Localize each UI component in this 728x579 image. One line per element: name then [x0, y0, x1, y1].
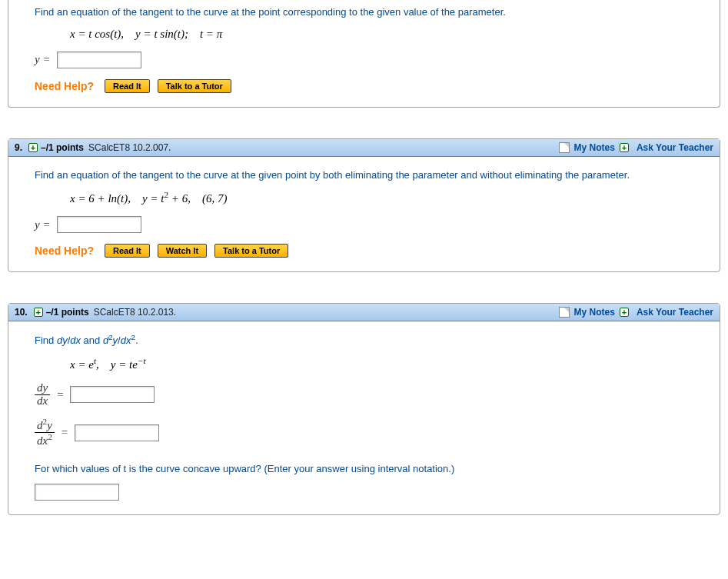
q10-reference: SCalcET8 10.2.013. — [94, 307, 176, 318]
q9-number: 9. — [15, 142, 22, 153]
talk-tutor-button[interactable]: Talk to a Tutor — [158, 79, 231, 93]
q10-d2ydx2-input[interactable] — [75, 424, 159, 441]
q10-math: x = et, y = te−t — [70, 356, 704, 371]
question-9: 9. + –/1 points SCalcET8 10.2.007. My No… — [8, 138, 720, 273]
q9-header: 9. + –/1 points SCalcET8 10.2.007. My No… — [8, 139, 720, 157]
q10-body: Find dy/dx and d2y/dx2. x = et, y = te−t… — [8, 321, 720, 514]
ask-plus-icon[interactable]: + — [620, 308, 629, 317]
q10-d2ydx2-row: d2y dx2 = — [35, 418, 704, 448]
ask-plus-icon[interactable]: + — [620, 143, 629, 152]
question-8: Find an equation of the tangent to the c… — [8, 0, 720, 108]
expand-icon[interactable]: + — [28, 143, 38, 152]
q10-dydx-input[interactable] — [70, 386, 155, 403]
q9-answer-input[interactable] — [57, 216, 141, 233]
q9-math: x = 6 + ln(t), y = t2 + 6, (6, 7) — [70, 190, 704, 205]
ask-teacher-link[interactable]: Ask Your Teacher — [637, 142, 713, 153]
q8-help-bar: Need Help? Read It Talk to a Tutor — [35, 79, 704, 93]
dydx-label: dy dx — [35, 382, 50, 408]
q8-math: x = t cos(t), y = t sin(t); t = π — [70, 28, 704, 41]
q10-dydx-row: dy dx = — [35, 382, 704, 408]
q8-answer-row: y = — [35, 52, 704, 68]
watch-it-button[interactable]: Watch It — [158, 244, 207, 258]
q9-header-right: My Notes + Ask Your Teacher — [559, 142, 713, 153]
question-8-body: Find an equation of the tangent to the c… — [8, 0, 720, 107]
my-notes-link[interactable]: My Notes — [574, 142, 615, 153]
notes-icon[interactable] — [559, 142, 570, 153]
q8-answer-input[interactable] — [57, 52, 141, 68]
q9-answer-lhs: y = — [35, 218, 51, 231]
q10-points: –/1 points — [46, 307, 89, 318]
q10-interval-input[interactable] — [35, 484, 119, 501]
q9-prompt: Find an equation of the tangent to the c… — [35, 168, 704, 183]
q10-header: 10. + –/1 points SCalcET8 10.2.013. My N… — [8, 304, 720, 321]
read-it-button[interactable]: Read It — [105, 79, 150, 93]
read-it-button[interactable]: Read It — [105, 244, 150, 258]
q9-points: –/1 points — [41, 142, 84, 153]
q9-answer-row: y = — [35, 216, 704, 233]
expand-icon[interactable]: + — [34, 308, 43, 317]
my-notes-link[interactable]: My Notes — [574, 307, 615, 318]
ask-teacher-link[interactable]: Ask Your Teacher — [637, 307, 713, 318]
d2ydx2-label: d2y dx2 — [35, 418, 55, 448]
equals-sign: = — [56, 388, 64, 401]
q10-header-right: My Notes + Ask Your Teacher — [559, 307, 713, 318]
q9-help-bar: Need Help? Read It Watch It Talk to a Tu… — [35, 244, 704, 258]
equals-sign: = — [61, 426, 68, 439]
q8-answer-lhs: y = — [35, 53, 51, 66]
q8-prompt: Find an equation of the tangent to the c… — [35, 5, 704, 20]
question-10: 10. + –/1 points SCalcET8 10.2.013. My N… — [8, 303, 720, 515]
need-help-label: Need Help? — [35, 245, 94, 257]
q10-number: 10. — [15, 307, 28, 318]
notes-icon[interactable] — [559, 307, 570, 318]
q9-reference: SCalcET8 10.2.007. — [88, 142, 171, 153]
q10-concave-prompt: For which values of t is the curve conca… — [35, 461, 704, 477]
talk-tutor-button[interactable]: Talk to a Tutor — [214, 244, 288, 258]
q10-prompt: Find dy/dx and d2y/dx2. — [35, 332, 704, 348]
need-help-label: Need Help? — [35, 80, 94, 92]
q9-body: Find an equation of the tangent to the c… — [8, 157, 720, 272]
